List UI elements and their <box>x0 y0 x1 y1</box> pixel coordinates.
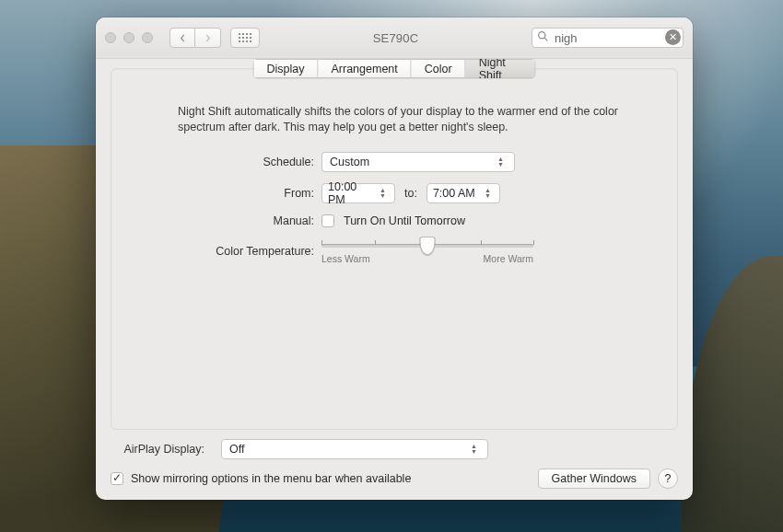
close-icon: ✕ <box>669 32 677 42</box>
forward-button[interactable] <box>195 28 221 48</box>
titlebar: SE790C ✕ <box>96 17 693 59</box>
manual-checkbox[interactable] <box>321 214 334 227</box>
from-time-value: 10:00 PM <box>328 180 377 206</box>
svg-point-12 <box>539 32 545 39</box>
from-label: From: <box>156 187 321 200</box>
svg-rect-5 <box>242 37 244 39</box>
svg-line-13 <box>544 38 547 40</box>
updown-icon: ▲▼ <box>495 154 507 170</box>
stepper-icon: ▲▼ <box>482 185 494 202</box>
panel: Display Arrangement Color Night Shift Ni… <box>111 68 678 430</box>
chevron-right-icon <box>204 34 212 42</box>
search-input[interactable] <box>532 28 684 48</box>
slider-thumb[interactable] <box>420 237 436 255</box>
gather-windows-button[interactable]: Gather Windows <box>538 468 650 489</box>
zoom-window-button[interactable] <box>142 32 153 43</box>
airplay-select[interactable]: Off ▲▼ <box>221 439 488 459</box>
tab-arrangement[interactable]: Arrangement <box>319 59 412 78</box>
schedule-label: Schedule: <box>156 156 321 168</box>
svg-rect-11 <box>250 40 251 42</box>
clear-search-button[interactable]: ✕ <box>665 29 681 45</box>
window-controls <box>105 32 153 43</box>
slider-max-label: More Warm <box>484 253 533 264</box>
svg-rect-1 <box>242 33 244 35</box>
minimize-window-button[interactable] <box>123 32 134 43</box>
manual-label: Manual: <box>156 214 321 227</box>
svg-rect-6 <box>246 37 248 39</box>
to-time-value: 7:00 AM <box>433 187 475 200</box>
to-label: to: <box>404 187 417 200</box>
svg-rect-4 <box>239 37 240 39</box>
svg-rect-3 <box>250 33 251 35</box>
mirroring-checkbox-label: Show mirroring options in the menu bar w… <box>131 472 411 485</box>
schedule-value: Custom <box>330 156 369 168</box>
stepper-icon: ▲▼ <box>377 185 389 202</box>
svg-rect-2 <box>246 33 248 35</box>
back-button[interactable] <box>169 28 195 48</box>
tab-night-shift[interactable]: Night Shift <box>466 59 536 78</box>
from-time-input[interactable]: 10:00 PM ▲▼ <box>321 183 395 203</box>
slider-min-label: Less Warm <box>321 253 370 264</box>
mirroring-checkbox[interactable] <box>111 472 123 485</box>
tab-color[interactable]: Color <box>412 59 466 78</box>
show-all-button[interactable] <box>230 28 260 48</box>
close-window-button[interactable] <box>105 32 116 43</box>
preferences-window: SE790C ✕ Display Arrangement Color Night… <box>96 17 693 500</box>
svg-rect-7 <box>250 37 251 39</box>
help-button[interactable]: ? <box>658 468 678 489</box>
svg-rect-0 <box>239 33 240 35</box>
manual-checkbox-label: Turn On Until Tomorrow <box>344 214 465 227</box>
tab-bar: Display Arrangement Color Night Shift <box>253 59 536 78</box>
svg-rect-9 <box>242 40 244 42</box>
schedule-select[interactable]: Custom ▲▼ <box>321 152 515 172</box>
svg-rect-8 <box>239 40 240 42</box>
tab-display[interactable]: Display <box>253 59 319 78</box>
grid-icon <box>239 33 251 42</box>
search-icon <box>537 30 549 42</box>
to-time-input[interactable]: 7:00 AM ▲▼ <box>427 183 500 203</box>
chevron-left-icon <box>179 34 187 42</box>
color-temperature-label: Color Temperature: <box>156 245 321 258</box>
updown-icon: ▲▼ <box>468 441 480 457</box>
airplay-label: AirPlay Display: <box>111 443 212 456</box>
color-temperature-slider[interactable] <box>321 244 533 248</box>
airplay-value: Off <box>229 443 244 456</box>
svg-rect-10 <box>246 40 248 42</box>
window-title: SE790C <box>269 31 522 45</box>
description-text: Night Shift automatically shifts the col… <box>111 93 677 152</box>
